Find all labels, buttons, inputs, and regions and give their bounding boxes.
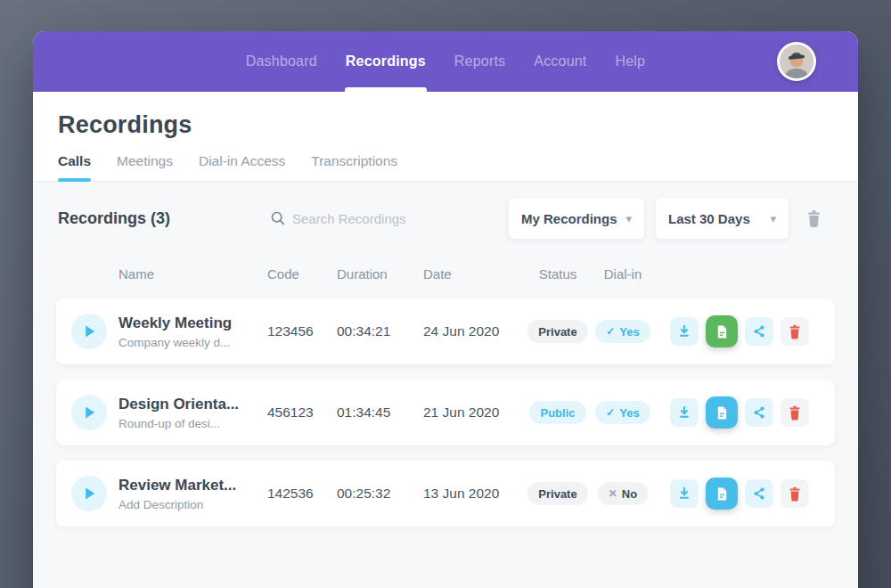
cross-icon: ✕	[609, 487, 617, 500]
recording-code: 123456	[267, 323, 321, 339]
nav-item-dashboard[interactable]: Dashboard	[246, 31, 317, 92]
nav-item-recordings[interactable]: Recordings	[346, 31, 426, 92]
share-icon	[752, 486, 766, 501]
play-button[interactable]	[71, 476, 107, 511]
share-icon	[752, 324, 766, 339]
user-avatar[interactable]	[777, 42, 816, 81]
document-icon	[715, 486, 730, 502]
tab-bar: Calls Meetings Dial-in Access Transcript…	[33, 152, 858, 182]
play-icon	[83, 324, 96, 339]
nav-item-account[interactable]: Account	[534, 31, 586, 92]
play-button[interactable]	[71, 395, 107, 430]
download-icon	[677, 324, 691, 339]
recording-duration: 01:34:45	[337, 404, 401, 421]
recording-code: 142536	[267, 486, 321, 502]
table-row: Weekly Meeting Company weekly d... 12345…	[56, 298, 835, 364]
nav-item-help[interactable]: Help	[616, 31, 646, 92]
header-duration: Duration	[337, 266, 401, 282]
recording-description: Company weekly d...	[119, 336, 256, 349]
delete-button[interactable]	[781, 398, 809, 427]
filters: My Recordings ▾ Last 30 Days ▾	[509, 198, 833, 239]
download-button[interactable]	[670, 317, 699, 346]
date-range-dropdown[interactable]: Last 30 Days ▾	[656, 198, 789, 239]
download-button[interactable]	[670, 398, 699, 427]
tab-dial-in-access[interactable]: Dial-in Access	[199, 152, 285, 181]
recording-date: 21 Jun 2020	[423, 404, 512, 421]
play-icon	[83, 405, 96, 420]
check-icon: ✓	[606, 406, 615, 419]
app-window: Dashboard Recordings Reports Account Hel…	[33, 31, 858, 588]
owner-filter-dropdown[interactable]: My Recordings ▾	[509, 198, 644, 239]
tab-transcriptions[interactable]: Transcriptions	[311, 152, 397, 181]
list-toolbar: Recordings (3) My Recordings ▾ Last 30 D…	[33, 182, 858, 239]
nav-item-reports[interactable]: Reports	[454, 31, 505, 92]
page-title: Recordings	[58, 111, 833, 138]
share-button[interactable]	[745, 479, 773, 508]
dialin-badge: ✓Yes	[595, 320, 650, 343]
trash-icon	[788, 324, 802, 339]
dialin-badge: ✕No	[598, 482, 648, 505]
delete-button[interactable]	[781, 317, 809, 346]
recordings-table: Name Code Duration Date Status Dial-in W…	[33, 264, 858, 527]
play-icon	[83, 486, 96, 501]
status-badge: Public	[529, 401, 585, 424]
recording-duration: 00:25:32	[337, 486, 401, 502]
recordings-count-heading: Recordings (3)	[58, 209, 214, 228]
recording-name: Design Orienta...	[119, 396, 256, 413]
recording-date: 24 Jun 2020	[423, 323, 512, 339]
top-navigation: Dashboard Recordings Reports Account Hel…	[33, 31, 858, 92]
recording-code: 456123	[267, 404, 321, 421]
owner-filter-value: My Recordings	[521, 211, 617, 226]
search-input[interactable]	[292, 211, 444, 226]
chevron-down-icon: ▾	[770, 212, 776, 225]
table-row: Review Market... Add Description 142536 …	[56, 461, 835, 527]
search-box[interactable]	[270, 210, 444, 226]
document-icon	[715, 405, 730, 421]
transcript-button[interactable]	[706, 478, 738, 510]
recording-description: Round-up of desi...	[119, 417, 256, 430]
recording-name: Review Market...	[119, 477, 256, 494]
trash-icon	[788, 405, 802, 421]
table-row: Design Orienta... Round-up of desi... 45…	[56, 380, 835, 445]
header-dialin: Dial-in	[591, 266, 655, 282]
share-button[interactable]	[745, 398, 773, 427]
transcript-button[interactable]	[706, 396, 738, 429]
tab-meetings[interactable]: Meetings	[117, 152, 173, 181]
check-icon: ✓	[606, 325, 615, 338]
recording-date: 13 Jun 2020	[423, 486, 512, 502]
search-icon	[270, 210, 286, 226]
recording-name: Weekly Meeting	[119, 314, 256, 332]
transcript-button[interactable]	[706, 315, 738, 347]
play-button[interactable]	[71, 314, 107, 349]
avatar-image	[780, 45, 813, 78]
bulk-delete-button[interactable]	[805, 209, 822, 228]
header-code: Code	[267, 266, 321, 282]
chevron-down-icon: ▾	[625, 212, 632, 225]
recording-duration: 00:34:21	[337, 323, 401, 339]
add-description-link[interactable]: Add Description	[119, 498, 256, 511]
status-badge: Private	[527, 320, 587, 343]
status-badge: Private	[527, 482, 587, 505]
date-range-value: Last 30 Days	[668, 211, 750, 226]
table-header-row: Name Code Duration Date Status Dial-in	[56, 264, 835, 283]
download-icon	[677, 405, 691, 420]
share-icon	[752, 405, 766, 420]
header-name: Name	[119, 266, 256, 282]
delete-button[interactable]	[781, 479, 809, 508]
dialin-badge: ✓Yes	[595, 401, 650, 424]
tab-calls[interactable]: Calls	[58, 152, 91, 181]
header-status: Status	[527, 266, 589, 282]
trash-icon	[805, 209, 822, 228]
document-icon	[715, 324, 730, 339]
download-button[interactable]	[670, 479, 699, 508]
download-icon	[677, 486, 691, 501]
trash-icon	[788, 486, 802, 502]
share-button[interactable]	[745, 317, 773, 346]
header-date: Date	[423, 266, 512, 282]
page-header: Recordings Calls Meetings Dial-in Access…	[33, 92, 858, 182]
